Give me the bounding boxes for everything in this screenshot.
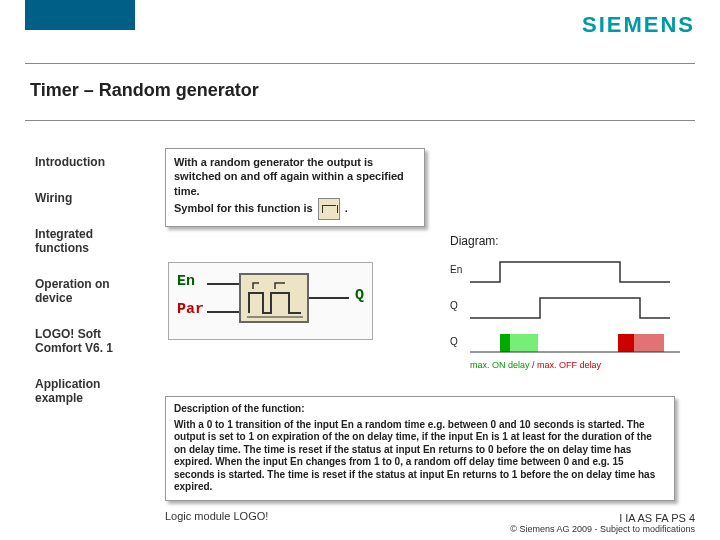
sidebar-item-wiring[interactable]: Wiring	[35, 191, 150, 205]
sidebar-item-integrated-functions[interactable]: Integrated functions	[35, 227, 150, 255]
random-generator-block-icon	[239, 273, 309, 323]
timing-legend: max. ON delay / max. OFF delay	[450, 360, 680, 370]
timing-q1-label: Q	[450, 300, 458, 311]
fb-output-q-label: Q	[355, 287, 364, 304]
page-title: Timer – Random generator	[30, 80, 259, 101]
function-block-diagram: En Par Q	[168, 262, 373, 340]
footer-copyright: © Siemens AG 2009 - Subject to modificat…	[510, 524, 695, 534]
timing-q2-label: Q	[450, 336, 458, 347]
description-callout: Description of the function: With a 0 to…	[165, 396, 675, 501]
fb-input-par-label: Par	[177, 301, 204, 318]
diagram-label: Diagram:	[450, 234, 499, 248]
sidebar: Introduction Wiring Integrated functions…	[35, 155, 150, 405]
intro-text-line2b: .	[345, 202, 348, 214]
fb-input-en-label: En	[177, 273, 195, 290]
brand-logo: SIEMENS	[582, 12, 695, 38]
divider-top	[25, 63, 695, 64]
footer-left: Logic module LOGO!	[165, 510, 268, 522]
intro-text-line2: Symbol for this function is .	[174, 198, 416, 220]
footer-code: I IA AS FA PS 4	[510, 512, 695, 524]
sidebar-item-introduction[interactable]: Introduction	[35, 155, 150, 169]
fb-wire-q	[309, 297, 349, 299]
intro-text-line1: With a random generator the output is sw…	[174, 155, 416, 198]
random-generator-symbol-icon	[318, 198, 340, 220]
fb-wire-en	[207, 283, 239, 285]
intro-callout: With a random generator the output is sw…	[165, 148, 425, 227]
legend-off-delay: max. OFF delay	[537, 360, 601, 370]
sidebar-item-application-example[interactable]: Application example	[35, 377, 150, 405]
sidebar-item-operation-on-device[interactable]: Operation on device	[35, 277, 150, 305]
timing-en-label: En	[450, 264, 462, 275]
divider-under-title	[25, 120, 695, 121]
random-waveform-icon	[241, 275, 311, 325]
header-accent-block	[25, 0, 135, 30]
legend-on-delay: max. ON delay	[470, 360, 530, 370]
legend-sep: /	[530, 360, 538, 370]
description-body: With a 0 to 1 transition of the input En…	[174, 419, 655, 493]
sidebar-item-logo-soft-comfort[interactable]: LOGO! Soft Comfort V6. 1	[35, 327, 150, 355]
timing-row-q2: Q	[450, 326, 680, 356]
timing-row-en: En	[450, 254, 680, 290]
timing-row-q1: Q	[450, 290, 680, 326]
timing-diagram: En Q Q max. ON delay / max. OFF delay	[450, 254, 680, 370]
footer-right: I IA AS FA PS 4 © Siemens AG 2009 - Subj…	[510, 512, 695, 534]
fb-wire-par	[207, 311, 239, 313]
timing-en-waveform	[470, 254, 670, 290]
intro-text-line2a: Symbol for this function is	[174, 202, 313, 214]
timing-q2-baseline	[470, 326, 690, 356]
description-heading: Description of the function:	[174, 403, 666, 416]
timing-q1-waveform	[470, 290, 670, 326]
